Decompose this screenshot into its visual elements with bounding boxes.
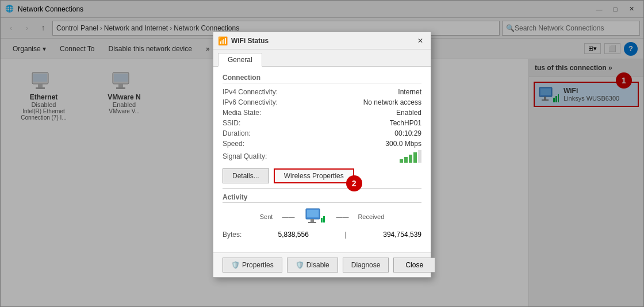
dialog-title: WiFi Status [231, 37, 415, 45]
activity-visual: Sent —— [223, 208, 421, 226]
activity-section: Activity Sent —— [223, 188, 421, 239]
dialog-footer: 🛡️ Properties 🛡️ Disable Diagnose Close [213, 252, 431, 277]
signal-bar-4 [413, 152, 417, 163]
bytes-row: Bytes: 5,838,556 | 394,754,539 [223, 231, 421, 239]
sent-label: Sent [260, 213, 273, 220]
ipv4-row: IPv4 Connectivity: Internet [223, 88, 421, 96]
dialog-wifi-icon: 📶 [218, 36, 228, 45]
dialog-close-button[interactable]: ✕ [415, 35, 426, 47]
signal-bars [400, 150, 421, 163]
signal-bar-2 [404, 157, 408, 163]
shield-disable-icon: 🛡️ [296, 261, 304, 269]
duration-label: Duration: [223, 129, 251, 137]
sent-arrow: —— [282, 213, 294, 220]
tab-general[interactable]: General [218, 53, 262, 67]
details-button[interactable]: Details... [223, 168, 269, 183]
signal-row: Signal Quality: [223, 150, 421, 163]
duration-row: Duration: 00:10:29 [223, 129, 421, 137]
svg-rect-19 [321, 218, 323, 222]
ssid-label: SSID: [223, 119, 240, 127]
properties-button[interactable]: 🛡️ Properties [223, 258, 282, 273]
dialog-titlebar: 📶 WiFi Status ✕ [213, 32, 431, 49]
received-label: Received [358, 213, 384, 220]
received-arrow: —— [336, 213, 348, 220]
wireless-properties-button[interactable]: Wireless Properties [274, 168, 354, 183]
action-row: Details... Wireless Properties 2 [223, 168, 421, 183]
media-value: Enabled [396, 109, 421, 117]
svg-rect-18 [308, 222, 316, 223]
bytes-label: Bytes: [223, 231, 241, 239]
activity-label: Activity [223, 193, 421, 203]
connection-section-label: Connection [223, 74, 421, 83]
shield-icon: 🛡️ [231, 261, 240, 269]
disable-button[interactable]: 🛡️ Disable [287, 258, 338, 273]
ipv4-value: Internet [398, 88, 421, 96]
dialog-body: Connection IPv4 Connectivity: Internet I… [213, 67, 431, 252]
ipv6-row: IPv6 Connectivity: No network access [223, 98, 421, 106]
ipv4-label: IPv4 Connectivity: [223, 88, 278, 96]
bytes-sent-value: 5,838,556 [278, 231, 308, 239]
ipv6-label: IPv6 Connectivity: [223, 98, 278, 106]
svg-rect-17 [310, 219, 314, 222]
speed-label: Speed: [223, 140, 244, 148]
diagnose-button[interactable]: Diagnose [343, 258, 389, 273]
media-label: Media State: [223, 109, 261, 117]
speed-value: 300.0 Mbps [385, 140, 421, 148]
speed-row: Speed: 300.0 Mbps [223, 140, 421, 148]
modal-overlay: 📶 WiFi Status ✕ General Connection IPv4 … [0, 0, 644, 307]
signal-bar-5 [418, 150, 421, 163]
activity-computer-icon [304, 208, 327, 226]
close-dialog-button[interactable]: Close [393, 258, 435, 273]
media-row: Media State: Enabled [223, 109, 421, 117]
signal-bar-3 [409, 155, 412, 163]
bytes-received-value: 394,754,539 [383, 231, 421, 239]
svg-rect-20 [323, 216, 325, 222]
ssid-row: SSID: TechHP01 [223, 119, 421, 127]
ssid-value: TechHP01 [390, 119, 421, 127]
duration-value: 00:10:29 [394, 129, 421, 137]
dialog-tabs: General [213, 49, 431, 67]
ipv6-value: No network access [363, 98, 421, 106]
wifi-status-dialog: 📶 WiFi Status ✕ General Connection IPv4 … [213, 32, 431, 278]
signal-label: Signal Quality: [223, 152, 267, 160]
bytes-separator: | [345, 231, 347, 239]
signal-bar-1 [400, 159, 403, 163]
svg-rect-16 [307, 210, 319, 217]
badge-2: 2 [346, 175, 362, 191]
